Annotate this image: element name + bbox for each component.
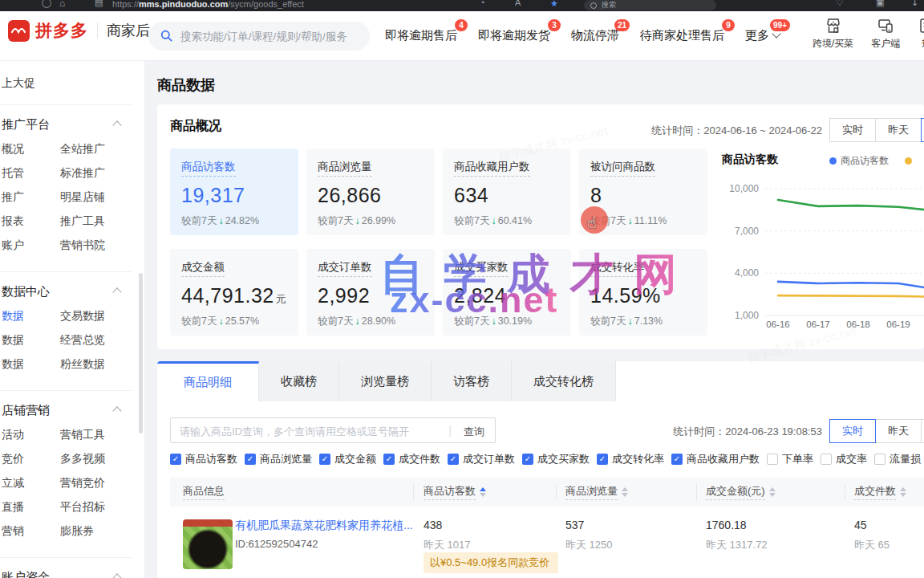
sidebar-section-1[interactable]: 数据中心: [2, 283, 144, 299]
column-header-商品访客数[interactable]: 商品访客数: [424, 478, 486, 507]
sidebar-item[interactable]: 交易数据: [60, 309, 105, 324]
range-button-实时[interactable]: 实时: [829, 419, 876, 443]
tab-浏览量榜[interactable]: 浏览量榜: [339, 361, 432, 401]
browser-split-icon[interactable]: ▣: [876, 0, 884, 8]
quick-link-client[interactable]: 客户端: [871, 17, 900, 51]
sidebar-section-0[interactable]: 推广平台: [2, 116, 144, 132]
sort-control[interactable]: [622, 487, 628, 497]
metric-checkbox-成交订单数[interactable]: ✓成交订单数: [448, 452, 515, 466]
stat-card-5[interactable]: 成交订单数2,992较前7天↓28.90%: [306, 249, 435, 336]
metric-checkbox-成交率[interactable]: 成交率: [821, 452, 867, 466]
range-button-实时[interactable]: 实时: [829, 118, 876, 142]
sidebar-item[interactable]: 报表: [2, 214, 60, 229]
sidebar-section-2[interactable]: 店铺营销: [2, 402, 144, 418]
tab-访客榜[interactable]: 访客榜: [432, 361, 512, 401]
sidebar-item[interactable]: 标准推广: [60, 166, 105, 181]
sidebar-item[interactable]: 数据: [2, 309, 60, 324]
sidebar-item[interactable]: 多多视频: [60, 452, 105, 466]
sidebar-item[interactable]: 营销书院: [60, 238, 105, 253]
column-header-成交金额(元)[interactable]: 成交金额(元): [706, 478, 776, 507]
sidebar-item[interactable]: 立减: [2, 476, 60, 490]
promo-tag[interactable]: 以¥0.5~49.0报名同款竞价: [424, 552, 558, 573]
legend-item[interactable]: [905, 157, 916, 165]
metric-checkbox-下单率[interactable]: 下单率: [767, 452, 813, 466]
metric-label: 流量损: [890, 452, 921, 466]
range-button-7天[interactable]: 7天: [921, 419, 924, 443]
product-id-search-input[interactable]: 请输入商品ID查询，多个查询请用空格或逗号隔开 | 查询: [170, 417, 496, 443]
range-button-7天[interactable]: 7天: [921, 118, 924, 142]
sidebar-item[interactable]: 推广工具: [60, 214, 105, 229]
browser-search-box[interactable]: 搜索: [584, 0, 716, 10]
sidebar-item[interactable]: 账户: [2, 238, 60, 253]
legend-item[interactable]: 商品访客数: [829, 154, 889, 168]
metric-checkbox-成交金额[interactable]: ✓成交金额: [319, 452, 376, 466]
metric-checkbox-成交件数[interactable]: ✓成交件数: [383, 452, 440, 466]
column-header-成交件数[interactable]: 成交件数: [854, 478, 906, 507]
global-search-input[interactable]: 搜索功能/订单/课程/规则/帮助/服务: [148, 22, 370, 51]
trend-down-icon: ↓: [627, 215, 632, 226]
sidebar-item[interactable]: 活动: [2, 428, 60, 442]
sidebar-item[interactable]: 数据: [2, 333, 60, 348]
nav-item-1[interactable]: 即将逾期发货3: [478, 28, 550, 43]
browser-page-icon[interactable]: ▤: [95, 0, 103, 8]
sidebar-item[interactable]: 全站推广: [60, 142, 105, 157]
sidebar-item[interactable]: 推广: [2, 190, 60, 205]
address-bar[interactable]: https://mms.pinduoduo.com/sycm/goods_eff…: [112, 0, 304, 9]
metric-checkbox-商品收藏用户数[interactable]: ✓商品收藏用户数: [671, 452, 760, 466]
range-button-昨天[interactable]: 昨天: [875, 118, 922, 142]
metric-checkbox-成交转化率[interactable]: ✓成交转化率: [597, 452, 664, 466]
sidebar-scrollbar[interactable]: [139, 273, 143, 434]
sidebar-item[interactable]: 明星店铺: [60, 190, 105, 205]
metric-checkbox-商品浏览量[interactable]: ✓商品浏览量: [245, 452, 312, 466]
product-image[interactable]: [183, 519, 233, 569]
divider: [696, 484, 697, 500]
column-header-商品浏览量[interactable]: 商品浏览量: [565, 478, 628, 507]
stat-card-4[interactable]: 成交金额44,791.32元较前7天↓25.57%: [170, 249, 298, 336]
sort-control[interactable]: [769, 487, 776, 497]
stat-card-1[interactable]: 商品浏览量26,866较前7天↓26.99%: [306, 149, 435, 235]
browser-favorites-icon[interactable]: ♡: [836, 0, 844, 8]
sidebar-item[interactable]: 概况: [2, 142, 60, 157]
sidebar-item[interactable]: 托管: [2, 166, 60, 181]
metric-checkbox-商品访客数[interactable]: ✓商品访客数: [170, 452, 237, 466]
browser-readaloud-icon[interactable]: A: [515, 0, 521, 7]
quick-link-rules[interactable]: 规: [918, 17, 924, 51]
sidebar-item[interactable]: 数据: [2, 357, 60, 372]
metric-checkbox-成交买家数[interactable]: ✓成交买家数: [522, 452, 590, 466]
sidebar-item[interactable]: 营销工具: [60, 428, 105, 442]
stat-card-7[interactable]: 成交转化率14.59%较前7天↓7.13%: [579, 249, 707, 336]
query-button[interactable]: 查询: [464, 425, 484, 439]
metric-checkbox-流量损[interactable]: 流量损: [874, 452, 921, 466]
stat-card-6[interactable]: 成交买家数2,824较前7天↓30.19%: [443, 249, 571, 336]
stat-card-2[interactable]: 商品收藏用户数634较前7天↓60.41%: [443, 149, 571, 235]
range-button-昨天[interactable]: 昨天: [875, 419, 922, 443]
sort-control[interactable]: [480, 487, 486, 497]
browser-extension-icon[interactable]: ◔: [480, 0, 485, 7]
nav-item-3[interactable]: 待商家处理售后9: [640, 28, 724, 43]
sidebar-item[interactable]: 营销竞价: [60, 476, 105, 490]
browser-downloads-icon[interactable]: ↧: [911, 0, 918, 8]
sidebar-item[interactable]: 粉丝数据: [60, 357, 105, 372]
browser-reload-icon[interactable]: ◯: [42, 0, 51, 8]
stat-card-0[interactable]: 商品访客数19,317较前7天↓24.82%: [170, 149, 298, 235]
tab-成交转化榜[interactable]: 成交转化榜: [512, 361, 616, 401]
sidebar-item[interactable]: 膨胀券: [60, 524, 94, 539]
sort-control[interactable]: [900, 487, 906, 497]
sidebar-item[interactable]: 平台招标: [60, 500, 105, 515]
quick-link-crossborder[interactable]: 跨境/买菜: [813, 17, 853, 51]
sidebar-item-dacu[interactable]: 上大促: [2, 76, 144, 91]
sidebar-section-3[interactable]: 账户资金: [2, 569, 144, 578]
tab-收藏榜[interactable]: 收藏榜: [259, 361, 339, 401]
bookmark-star-icon[interactable]: ★: [550, 0, 558, 9]
logo[interactable]: 拼多多 商家后台: [8, 19, 164, 42]
sidebar-item[interactable]: 竞价: [2, 452, 60, 466]
nav-item-4[interactable]: 更多99+: [745, 28, 780, 43]
sidebar-item[interactable]: 营销: [2, 524, 60, 539]
sidebar-item[interactable]: 经营总览: [60, 333, 105, 348]
product-title-link[interactable]: 有机肥瓜果蔬菜花肥料家用养花植...: [235, 519, 413, 533]
browser-home-icon[interactable]: ⌂: [59, 0, 65, 9]
sidebar-item[interactable]: 直播: [2, 500, 60, 515]
tab-商品明细[interactable]: 商品明细: [157, 361, 259, 401]
nav-item-2[interactable]: 物流停滞21: [571, 28, 619, 43]
nav-item-0[interactable]: 即将逾期售后4: [385, 28, 457, 43]
